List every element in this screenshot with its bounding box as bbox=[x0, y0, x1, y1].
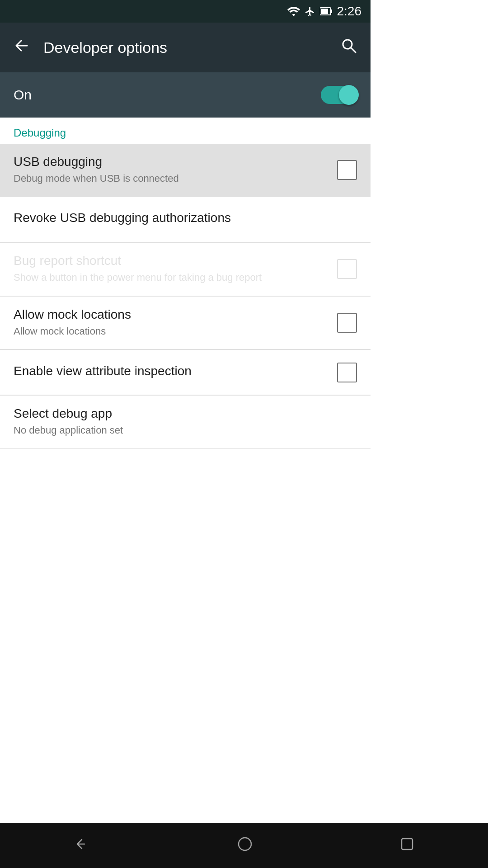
mock-locations-subtitle: Allow mock locations bbox=[14, 325, 328, 339]
airplane-icon bbox=[305, 6, 315, 17]
mock-locations-checkbox[interactable] bbox=[337, 313, 357, 333]
app-bar: Developer options bbox=[0, 23, 371, 72]
search-button[interactable] bbox=[336, 33, 361, 62]
view-attribute-checkbox[interactable] bbox=[337, 363, 357, 382]
svg-line-4 bbox=[351, 48, 356, 52]
svg-rect-2 bbox=[321, 9, 328, 14]
back-button[interactable] bbox=[9, 33, 34, 62]
svg-rect-1 bbox=[331, 9, 332, 13]
usb-debugging-text: USB debugging Debug mode when USB is con… bbox=[14, 155, 328, 186]
wifi-icon bbox=[287, 6, 300, 16]
status-bar: 2:26 bbox=[0, 0, 371, 23]
select-debug-app-text: Select debug app No debug application se… bbox=[14, 406, 357, 438]
on-label: On bbox=[14, 87, 32, 103]
status-time: 2:26 bbox=[337, 4, 362, 19]
revoke-usb-title: Revoke USB debugging authorizations bbox=[14, 211, 357, 225]
debugging-section-header: Debugging bbox=[0, 118, 371, 144]
usb-debugging-subtitle: Debug mode when USB is connected bbox=[14, 172, 328, 186]
developer-options-toggle[interactable] bbox=[321, 86, 357, 104]
bug-report-title: Bug report shortcut bbox=[14, 254, 328, 268]
toggle-knob bbox=[339, 85, 359, 105]
bug-report-text: Bug report shortcut Show a button in the… bbox=[14, 254, 328, 285]
mock-locations-text: Allow mock locations Allow mock location… bbox=[14, 307, 328, 339]
page-title: Developer options bbox=[43, 39, 336, 57]
status-icons: 2:26 bbox=[287, 4, 362, 19]
usb-debugging-checkbox[interactable] bbox=[337, 160, 357, 180]
bug-report-subtitle: Show a button in the power menu for taki… bbox=[14, 271, 328, 285]
view-attribute-text: Enable view attribute inspection bbox=[14, 364, 328, 381]
view-attribute-title: Enable view attribute inspection bbox=[14, 364, 328, 378]
usb-debugging-item[interactable]: USB debugging Debug mode when USB is con… bbox=[0, 144, 371, 197]
battery-icon bbox=[320, 6, 333, 16]
select-debug-app-subtitle: No debug application set bbox=[14, 424, 357, 438]
debugging-section-title: Debugging bbox=[14, 127, 66, 139]
revoke-usb-text: Revoke USB debugging authorizations bbox=[14, 211, 357, 228]
select-debug-app-item[interactable]: Select debug app No debug application se… bbox=[0, 396, 371, 449]
usb-debugging-title: USB debugging bbox=[14, 155, 328, 169]
mock-locations-item[interactable]: Allow mock locations Allow mock location… bbox=[0, 297, 371, 350]
select-debug-app-title: Select debug app bbox=[14, 406, 357, 421]
bug-report-checkbox[interactable] bbox=[337, 259, 357, 279]
view-attribute-item[interactable]: Enable view attribute inspection bbox=[0, 350, 371, 395]
mock-locations-title: Allow mock locations bbox=[14, 307, 328, 322]
revoke-usb-item[interactable]: Revoke USB debugging authorizations bbox=[0, 197, 371, 242]
bug-report-item[interactable]: Bug report shortcut Show a button in the… bbox=[0, 243, 371, 296]
developer-options-toggle-section: On bbox=[0, 72, 371, 118]
